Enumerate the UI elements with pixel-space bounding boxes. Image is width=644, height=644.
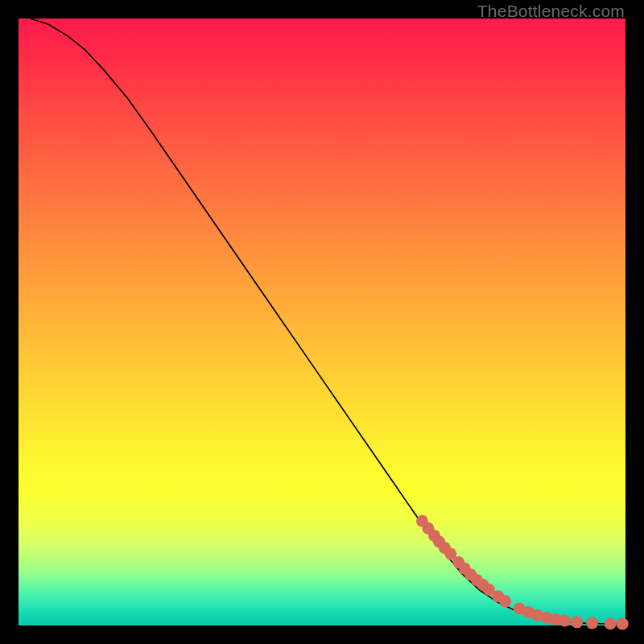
data-marker bbox=[571, 616, 583, 628]
marker-layer bbox=[416, 515, 629, 630]
data-marker bbox=[617, 617, 629, 630]
chart-svg bbox=[19, 19, 625, 625]
data-marker bbox=[559, 614, 571, 626]
plot-area bbox=[19, 19, 625, 625]
curve-line bbox=[31, 19, 625, 624]
chart-stage: TheBottleneck.com bbox=[0, 0, 644, 644]
data-marker bbox=[499, 595, 511, 607]
data-marker bbox=[586, 617, 598, 629]
data-marker bbox=[605, 617, 617, 630]
